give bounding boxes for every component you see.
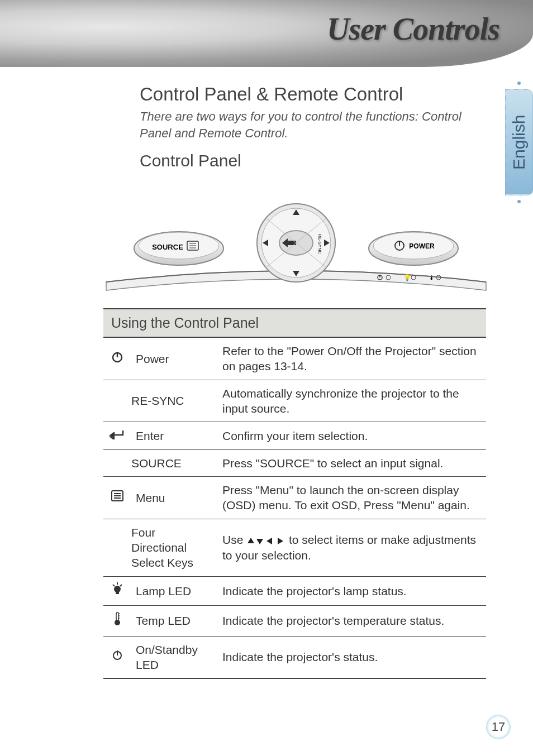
table-row: Power Refer to the "Power On/Off the Pro… <box>103 338 486 380</box>
svg-rect-45 <box>116 613 118 620</box>
table-row: On/Standby LED Indicate the projector's … <box>103 636 486 678</box>
table-row: Four Directional Select Keys Use to sele… <box>103 519 486 576</box>
row-desc: Press "SOURCE" to select an input signal… <box>218 449 486 476</box>
row-label: Lamp LED <box>131 576 218 606</box>
row-desc: Indicate the projector's status. <box>218 636 486 678</box>
power-icon <box>103 338 131 380</box>
table-row: SOURCE Press "SOURCE" to select an input… <box>103 449 486 476</box>
control-panel-illustration: SOURCE RE-SYNC POWER 💡 🌡 <box>95 181 497 293</box>
power-button-graphic: POWER <box>369 232 458 265</box>
row-label: Four Directional Select Keys <box>131 519 218 576</box>
svg-text:SOURCE: SOURCE <box>152 243 183 251</box>
page-number: 17 <box>486 715 511 739</box>
enter-icon <box>103 422 131 450</box>
temp-icon <box>103 606 131 637</box>
section-intro: There are two ways for you to control th… <box>140 108 486 141</box>
svg-marker-37 <box>256 539 263 544</box>
row-desc: Confirm your item selection. <box>218 422 486 450</box>
svg-text:💡: 💡 <box>403 274 411 281</box>
section-heading: Control Panel & Remote Control <box>140 84 486 105</box>
row-label: Enter <box>131 422 218 450</box>
table-row: RE-SYNC Automatically synchronize the pr… <box>103 380 486 422</box>
page-header-title: User Controls <box>327 11 499 47</box>
control-panel-table: Using the Control Panel Power Refer to t… <box>103 308 486 679</box>
svg-line-44 <box>120 585 122 586</box>
svg-marker-38 <box>266 538 272 544</box>
row-label: RE-SYNC <box>131 380 218 422</box>
row-label: Temp LED <box>131 606 218 637</box>
svg-line-43 <box>113 585 115 586</box>
row-desc: Indicate the projector's lamp status. <box>218 576 486 606</box>
table-heading: Using the Control Panel <box>103 308 486 338</box>
menu-icon <box>103 477 131 519</box>
row-desc: Refer to the "Power On/Off the Projector… <box>218 338 486 380</box>
dpad-graphic: RE-SYNC <box>257 204 335 282</box>
svg-text:POWER: POWER <box>409 242 435 250</box>
table-row: Menu Press "Menu" to launch the on-scree… <box>103 477 486 519</box>
svg-rect-41 <box>116 592 119 594</box>
row-label: Menu <box>131 477 218 519</box>
row-label: SOURCE <box>131 449 218 476</box>
source-button-graphic: SOURCE <box>134 232 223 265</box>
content-block: Control Panel & Remote Control There are… <box>140 84 486 170</box>
table-row: Enter Confirm your item selection. <box>103 422 486 450</box>
standby-icon <box>103 636 131 678</box>
row-desc: Use to select items or make adjustments … <box>218 519 486 576</box>
lamp-icon <box>103 576 131 606</box>
svg-point-40 <box>114 586 121 592</box>
table-row: Lamp LED Indicate the projector's lamp s… <box>103 576 486 606</box>
subsection-heading: Control Panel <box>140 151 486 170</box>
svg-marker-39 <box>278 538 283 544</box>
row-desc: Press "Menu" to launch the on-screen dis… <box>218 477 486 519</box>
table-row: Temp LED Indicate the projector's temper… <box>103 606 486 637</box>
svg-point-46 <box>115 620 120 625</box>
svg-text:RE-SYNC: RE-SYNC <box>317 234 322 254</box>
svg-marker-36 <box>248 538 254 543</box>
row-desc: Indicate the projector's temperature sta… <box>218 606 486 637</box>
language-tab: English <box>505 89 533 195</box>
svg-text:🌡: 🌡 <box>429 274 435 281</box>
row-desc: Automatically synchronize the projector … <box>218 380 486 422</box>
arrow-keys-icon <box>246 537 285 546</box>
row-label: Power <box>131 338 218 380</box>
row-label: On/Standby LED <box>131 636 218 678</box>
